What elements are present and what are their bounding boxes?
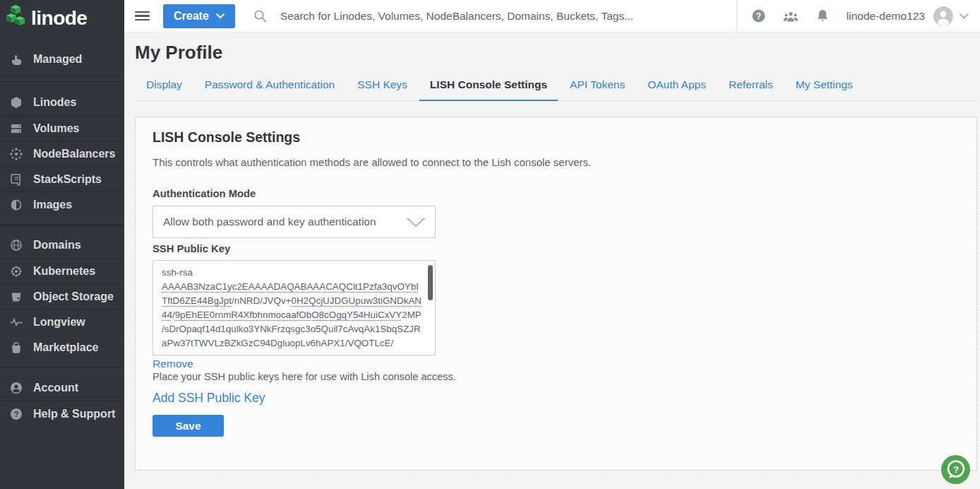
- tab-referrals[interactable]: Referrals: [717, 78, 784, 100]
- top-header: Create ? linode-demo123: [124, 0, 980, 33]
- hamburger-icon[interactable]: [135, 9, 150, 23]
- sidebar-item-stackscripts[interactable]: StackScripts: [0, 166, 124, 192]
- global-search: [235, 0, 737, 33]
- tab-my-settings[interactable]: My Settings: [784, 78, 864, 100]
- volumes-icon: [9, 122, 23, 136]
- sidebar-item-volumes[interactable]: Volumes: [0, 115, 124, 141]
- linode-logo[interactable]: linode: [0, 0, 124, 37]
- sidebar-item-images[interactable]: Images: [0, 192, 124, 217]
- sidebar-item-label: Domains: [33, 239, 81, 252]
- sidebar-divider: [0, 360, 124, 375]
- header-actions: ? linode-demo123: [737, 6, 980, 26]
- help-support-icon: ?: [9, 407, 23, 421]
- add-ssh-public-key-link[interactable]: Add SSH Public Key: [153, 391, 960, 406]
- save-button[interactable]: Save: [153, 415, 224, 437]
- sidebar-item-managed[interactable]: Managed: [0, 47, 124, 72]
- remove-key-link[interactable]: Remove: [153, 358, 960, 370]
- brand-wordmark: linode: [31, 7, 87, 30]
- sidebar-item-marketplace[interactable]: Marketplace: [0, 334, 124, 360]
- sidebar-item-label: NodeBalancers: [33, 148, 116, 160]
- longview-icon: [9, 315, 23, 329]
- sidebar-item-label: Marketplace: [33, 341, 99, 354]
- search-icon: [253, 9, 267, 23]
- tab-oauth-apps[interactable]: OAuth Apps: [636, 78, 717, 100]
- stackscripts-icon: [9, 172, 23, 187]
- help-chat-fab[interactable]: ?: [941, 455, 970, 484]
- main-content: My Profile Display Password & Authentica…: [124, 33, 980, 489]
- page-title: My Profile: [135, 42, 977, 64]
- create-button[interactable]: Create: [163, 4, 235, 28]
- sidebar-item-label: Longview: [33, 316, 85, 329]
- authentication-mode-value: Allow both password and key authenticati…: [163, 216, 376, 228]
- help-circle-icon[interactable]: ?: [751, 8, 766, 23]
- lish-settings-card: LISH Console Settings This controls what…: [135, 117, 977, 471]
- ssh-key-text: ssh-rsa: [162, 267, 193, 278]
- ssh-key-text: /nNRD/JVQv+: [232, 295, 291, 306]
- tab-display[interactable]: Display: [135, 78, 193, 100]
- card-title: LISH Console Settings: [153, 129, 960, 145]
- username-label[interactable]: linode-demo123: [847, 10, 925, 23]
- sidebar-item-label: Managed: [33, 53, 82, 66]
- textarea-scrollbar-thumb[interactable]: [428, 265, 433, 300]
- sidebar-item-label: Linodes: [33, 96, 76, 109]
- tab-api-tokens[interactable]: API Tokens: [558, 78, 636, 100]
- search-input[interactable]: [279, 9, 665, 23]
- sidebar-item-kubernetes[interactable]: Kubernetes: [0, 258, 124, 283]
- sidebar-item-help-support[interactable]: ? Help & Support: [0, 401, 124, 426]
- sidebar-item-object-storage[interactable]: Object Storage: [0, 283, 124, 309]
- sidebar-item-label: Object Storage: [33, 290, 114, 303]
- sidebar-item-label: Images: [33, 199, 72, 211]
- notifications-bell-icon[interactable]: [815, 8, 830, 24]
- images-icon: [9, 198, 23, 212]
- authentication-mode-label: Authentication Mode: [153, 188, 960, 200]
- svg-text:?: ?: [953, 464, 959, 475]
- user-avatar-icon[interactable]: [933, 6, 953, 26]
- ssh-public-key-label: SSH Public Key: [153, 243, 960, 255]
- sidebar-divider: [0, 217, 124, 232]
- account-icon: [9, 381, 23, 395]
- sidebar: linode Managed Linodes Volumes NodeBalan…: [0, 0, 124, 489]
- chevron-down-icon: [216, 13, 225, 19]
- authentication-mode-select[interactable]: Allow both password and key authenticati…: [153, 206, 436, 238]
- object-storage-icon: [9, 290, 23, 304]
- marketplace-icon: [9, 341, 23, 355]
- tab-password-authentication[interactable]: Password & Authentication: [193, 78, 346, 100]
- domains-icon: [9, 238, 23, 252]
- card-description: This controls what authentication method…: [153, 156, 960, 169]
- ssh-key-text: 9pEhEE0rnmR4XfbhnmocaafObO8cOgqY54HuiCxV…: [175, 310, 402, 320]
- chevron-down-icon: [407, 218, 425, 227]
- tab-lish-console-settings[interactable]: LISH Console Settings: [419, 78, 558, 100]
- ssh-public-key-textarea[interactable]: ssh-rsa AAAAB3NzaC1yc2EAAAADAQABAAACAQCi…: [153, 260, 436, 355]
- sidebar-item-linodes[interactable]: Linodes: [0, 90, 124, 115]
- sidebar-item-label: Kubernetes: [33, 265, 95, 278]
- nodebalancers-icon: [9, 147, 23, 161]
- linodes-icon: [9, 95, 23, 110]
- sidebar-item-label: StackScripts: [33, 173, 102, 186]
- tab-ssh-keys[interactable]: SSH Keys: [346, 78, 419, 100]
- sidebar-item-nodebalancers[interactable]: NodeBalancers: [0, 141, 124, 166]
- sidebar-divider: [0, 37, 124, 47]
- managed-icon: [9, 52, 23, 66]
- sidebar-item-longview[interactable]: Longview: [0, 309, 124, 334]
- sidebar-item-label: Volumes: [33, 122, 80, 135]
- ssh-key-helper-text: Place your SSH public keys here for use …: [153, 371, 960, 383]
- sidebar-item-label: Account: [33, 382, 78, 394]
- profile-tabs: Display Password & Authentication SSH Ke…: [135, 78, 977, 101]
- linode-logo-cubes-icon: [6, 4, 27, 33]
- chevron-down-icon[interactable]: [960, 13, 969, 19]
- help-chat-icon: ?: [944, 458, 967, 481]
- community-icon[interactable]: [782, 8, 800, 24]
- create-button-label: Create: [174, 10, 209, 23]
- kubernetes-icon: [9, 264, 23, 278]
- svg-text:?: ?: [756, 11, 761, 21]
- sidebar-item-domains[interactable]: Domains: [0, 232, 124, 258]
- sidebar-item-label: Help & Support: [33, 408, 115, 420]
- sidebar-divider: [0, 72, 124, 90]
- svg-text:?: ?: [14, 410, 19, 418]
- sidebar-item-account[interactable]: Account: [0, 375, 124, 401]
